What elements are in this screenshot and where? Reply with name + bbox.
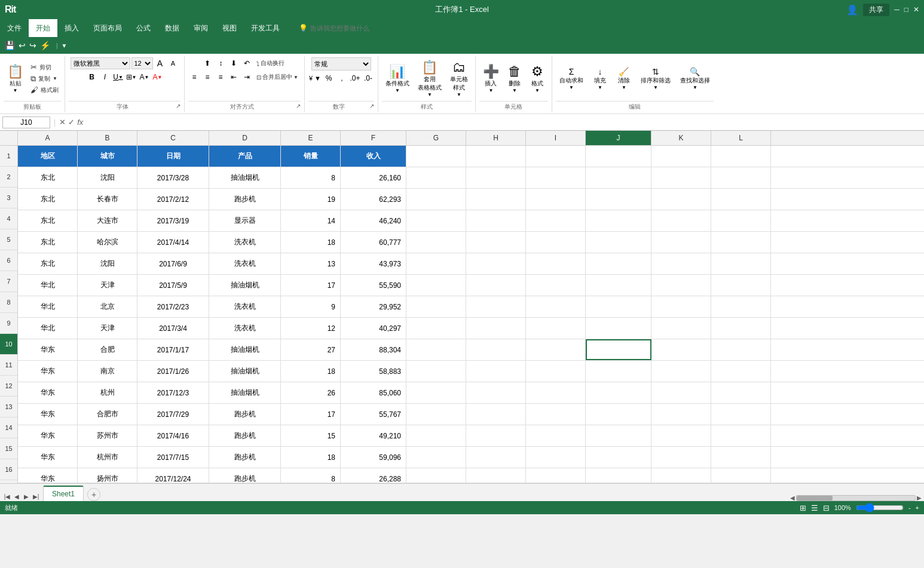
cell-a10[interactable]: 华东 bbox=[18, 339, 78, 360]
cell-d12[interactable]: 抽油烟机 bbox=[209, 382, 281, 403]
cell-b4[interactable]: 大连市 bbox=[78, 210, 137, 231]
row-num-3[interactable]: 3 bbox=[0, 188, 17, 208]
cell-c1[interactable]: 日期 bbox=[137, 146, 209, 167]
align-bottom-btn[interactable]: ⬇ bbox=[228, 57, 240, 69]
cell-l13[interactable] bbox=[711, 404, 771, 425]
cell-f3[interactable]: 62,293 bbox=[341, 189, 406, 210]
cell-a6[interactable]: 东北 bbox=[18, 253, 78, 274]
clear-btn[interactable]: 🧹 清除 ▼ bbox=[613, 65, 635, 93]
cell-k15[interactable] bbox=[651, 447, 711, 468]
cell-f13[interactable]: 55,767 bbox=[341, 404, 406, 425]
insert-cells-btn[interactable]: ➕ 插入 ▼ bbox=[479, 62, 503, 96]
cell-c6[interactable]: 2017/6/9 bbox=[137, 253, 209, 274]
cell-g15[interactable] bbox=[406, 447, 466, 468]
cell-i10[interactable] bbox=[526, 339, 586, 360]
cell-g14[interactable] bbox=[406, 425, 466, 446]
cut-button[interactable]: ✂ 剪切 bbox=[28, 62, 61, 73]
cell-k16[interactable] bbox=[651, 468, 711, 483]
cell-l8[interactable] bbox=[711, 296, 771, 317]
cell-d2[interactable]: 抽油烟机 bbox=[209, 167, 281, 188]
cell-b9[interactable]: 天津 bbox=[78, 318, 137, 339]
cell-h13[interactable] bbox=[466, 404, 526, 425]
cell-l4[interactable] bbox=[711, 210, 771, 231]
align-middle-btn[interactable]: ↕ bbox=[215, 57, 227, 69]
cell-h10[interactable] bbox=[466, 339, 526, 360]
cell-j11[interactable] bbox=[586, 361, 651, 382]
col-header-i[interactable]: I bbox=[526, 131, 586, 145]
col-header-e[interactable]: E bbox=[281, 131, 341, 145]
cell-l15[interactable] bbox=[711, 447, 771, 468]
sheet-nav-first[interactable]: |◀ bbox=[2, 492, 12, 501]
cell-g7[interactable] bbox=[406, 275, 466, 296]
scroll-left-btn[interactable]: ◀ bbox=[790, 495, 795, 501]
cell-h9[interactable] bbox=[466, 318, 526, 339]
cell-a8[interactable]: 华北 bbox=[18, 296, 78, 317]
cell-d7[interactable]: 抽油烟机 bbox=[209, 275, 281, 296]
cell-f4[interactable]: 46,240 bbox=[341, 210, 406, 231]
cell-a14[interactable]: 华东 bbox=[18, 425, 78, 446]
format-painter-button[interactable]: 🖌 格式刷 bbox=[28, 85, 61, 96]
cell-j7[interactable] bbox=[586, 275, 651, 296]
cell-d9[interactable]: 洗衣机 bbox=[209, 318, 281, 339]
table-style-btn[interactable]: 📋 套用 表格格式 ▼ bbox=[414, 57, 445, 100]
tab-developer[interactable]: 开发工具 bbox=[244, 19, 287, 37]
col-header-h[interactable]: H bbox=[466, 131, 526, 145]
col-header-j[interactable]: J bbox=[586, 131, 651, 145]
tab-page-layout[interactable]: 页面布局 bbox=[86, 19, 129, 37]
cell-c11[interactable]: 2017/1/26 bbox=[137, 361, 209, 382]
conditional-format-btn[interactable]: 📊 条件格式 ▼ bbox=[382, 62, 413, 96]
cell-f8[interactable]: 29,952 bbox=[341, 296, 406, 317]
cell-c10[interactable]: 2017/1/17 bbox=[137, 339, 209, 360]
row-num-6[interactable]: 6 bbox=[0, 250, 17, 271]
page-break-view-icon[interactable]: ⊟ bbox=[823, 503, 830, 512]
cell-i13[interactable] bbox=[526, 404, 586, 425]
cell-c9[interactable]: 2017/3/4 bbox=[137, 318, 209, 339]
cell-a9[interactable]: 华北 bbox=[18, 318, 78, 339]
cell-i6[interactable] bbox=[526, 253, 586, 274]
cell-e10[interactable]: 27 bbox=[281, 339, 341, 360]
cell-b8[interactable]: 北京 bbox=[78, 296, 137, 317]
cell-b16[interactable]: 扬州市 bbox=[78, 468, 137, 483]
close-icon[interactable]: ✕ bbox=[913, 5, 919, 14]
number-format-select[interactable]: 常规 数值 货币 bbox=[311, 57, 371, 70]
cell-g12[interactable] bbox=[406, 382, 466, 403]
col-header-d[interactable]: D bbox=[209, 131, 281, 145]
italic-button[interactable]: I bbox=[99, 71, 111, 83]
row-num-9[interactable]: 9 bbox=[0, 313, 17, 334]
row-num-13[interactable]: 13 bbox=[0, 397, 17, 417]
cell-h16[interactable] bbox=[466, 468, 526, 483]
font-color-button[interactable]: A▼ bbox=[152, 71, 164, 83]
cell-e3[interactable]: 19 bbox=[281, 189, 341, 210]
cell-l1[interactable] bbox=[711, 146, 771, 167]
cell-d15[interactable]: 跑步机 bbox=[209, 447, 281, 468]
cell-l14[interactable] bbox=[711, 425, 771, 446]
row-num-16[interactable]: 16 bbox=[0, 459, 17, 480]
cell-b11[interactable]: 南京 bbox=[78, 361, 137, 382]
cell-a16[interactable]: 华东 bbox=[18, 468, 78, 483]
cell-b2[interactable]: 沈阳 bbox=[78, 167, 137, 188]
cell-h3[interactable] bbox=[466, 189, 526, 210]
more-quick-btn[interactable]: ▼ bbox=[62, 42, 68, 49]
percent-btn[interactable]: % bbox=[323, 72, 335, 84]
cell-l7[interactable] bbox=[711, 275, 771, 296]
tab-review[interactable]: 审阅 bbox=[186, 19, 215, 37]
font-size-select[interactable]: 12 bbox=[131, 57, 153, 69]
cell-h2[interactable] bbox=[466, 167, 526, 188]
cell-i3[interactable] bbox=[526, 189, 586, 210]
increase-decimal-btn[interactable]: .0+ bbox=[349, 72, 361, 84]
help-search-input[interactable] bbox=[310, 24, 406, 32]
sheet-tab-sheet1[interactable]: Sheet1 bbox=[43, 486, 84, 501]
cell-i8[interactable] bbox=[526, 296, 586, 317]
align-left-btn[interactable]: ≡ bbox=[188, 71, 200, 83]
row-num-5[interactable]: 5 bbox=[0, 229, 17, 250]
cell-c5[interactable]: 2017/4/14 bbox=[137, 232, 209, 253]
cell-l11[interactable] bbox=[711, 361, 771, 382]
col-header-k[interactable]: K bbox=[651, 131, 711, 145]
cell-h15[interactable] bbox=[466, 447, 526, 468]
cell-e2[interactable]: 8 bbox=[281, 167, 341, 188]
undo-quick-btn[interactable]: ↩ bbox=[19, 41, 26, 50]
cell-d4[interactable]: 显示器 bbox=[209, 210, 281, 231]
share-button[interactable]: 共享 bbox=[863, 4, 889, 16]
cell-h8[interactable] bbox=[466, 296, 526, 317]
cell-f14[interactable]: 49,210 bbox=[341, 425, 406, 446]
